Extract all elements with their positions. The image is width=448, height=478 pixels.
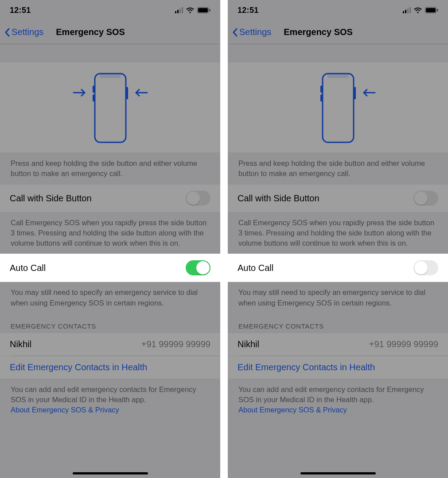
chevron-left-icon [232,28,238,37]
nav-bar: Settings Emergency SOS [228,20,448,44]
emergency-contact-row[interactable]: Nikhil +91 99999 99999 [0,333,220,356]
svg-rect-5 [93,86,94,93]
diagram-footer: Press and keep holding the side button a… [228,153,448,184]
status-time: 12:51 [10,6,31,15]
contacts-footer: You can add and edit emergency contacts … [0,379,220,420]
contacts-footer: You can add and edit emergency contacts … [228,379,448,420]
emergency-contacts-header: EMERGENCY CONTACTS [0,313,220,333]
privacy-link[interactable]: About Emergency SOS & Privacy [238,406,347,414]
emergency-contacts-header: EMERGENCY CONTACTS [228,313,448,333]
auto-call-toggle[interactable] [413,260,438,275]
page-title: Emergency SOS [284,27,353,37]
cellular-icon [175,7,183,13]
battery-icon [425,7,438,13]
back-label: Settings [12,27,43,37]
call-with-side-button-footer: Call Emergency SOS when you rapidly pres… [228,212,448,254]
chevron-left-icon [4,28,10,37]
auto-call-label: Auto Call [10,263,46,273]
svg-rect-12 [323,74,354,142]
auto-call-label: Auto Call [238,263,273,273]
contact-name: Nikhil [238,339,259,349]
call-with-side-button-toggle[interactable] [186,191,210,206]
cellular-icon [403,7,411,13]
instruction-diagram [228,62,448,153]
screenshot-2: 12:51 Settings Emergency SOS [228,0,448,478]
privacy-link[interactable]: About Emergency SOS & Privacy [11,406,119,414]
contact-phone: +91 99999 99999 [369,339,438,349]
svg-rect-6 [93,94,94,102]
svg-rect-4 [126,87,128,99]
instruction-diagram [0,62,220,153]
svg-rect-13 [354,87,356,99]
auto-call-row[interactable]: Auto Call [0,254,220,282]
call-with-side-button-toggle[interactable] [413,191,438,206]
diagram-footer: Press and keep holding the side button a… [0,153,220,184]
call-with-side-button-label: Call with Side Button [10,193,92,204]
status-bar: 12:51 [228,0,448,20]
call-with-side-button-row[interactable]: Call with Side Button [0,184,220,212]
page-title: Emergency SOS [56,27,125,37]
call-with-side-button-label: Call with Side Button [238,193,319,204]
back-button[interactable]: Settings [232,27,271,37]
contact-name: Nikhil [10,339,31,349]
edit-contacts-link[interactable]: Edit Emergency Contacts in Health [0,356,220,379]
home-indicator[interactable] [300,472,376,474]
auto-call-row[interactable]: Auto Call [228,254,448,282]
contact-phone: +91 99999 99999 [141,339,210,349]
svg-rect-10 [426,8,436,12]
edit-contacts-label: Edit Emergency Contacts in Health [10,362,147,372]
nav-bar: Settings Emergency SOS [0,20,220,44]
status-time: 12:51 [238,6,259,15]
edit-contacts-link[interactable]: Edit Emergency Contacts in Health [228,356,448,379]
svg-rect-15 [320,94,322,102]
call-with-side-button-footer: Call Emergency SOS when you rapidly pres… [0,212,220,254]
battery-icon [197,7,210,13]
auto-call-footer: You may still need to specify an emergen… [228,282,448,313]
svg-rect-14 [320,86,322,93]
svg-rect-3 [95,74,126,142]
back-label: Settings [239,27,271,37]
wifi-icon [186,7,195,14]
status-bar: 12:51 [0,0,220,20]
edit-contacts-label: Edit Emergency Contacts in Health [238,362,375,372]
call-with-side-button-row[interactable]: Call with Side Button [228,184,448,212]
auto-call-footer: You may still need to specify an emergen… [0,282,220,313]
wifi-icon [413,7,422,14]
svg-rect-1 [198,8,208,12]
auto-call-toggle[interactable] [186,260,210,275]
back-button[interactable]: Settings [4,27,43,37]
svg-rect-2 [209,9,210,12]
emergency-contact-row[interactable]: Nikhil +91 99999 99999 [228,333,448,356]
home-indicator[interactable] [73,472,148,474]
svg-rect-11 [437,9,438,12]
screenshot-1: 12:51 Settings Emergency SOS [0,0,220,478]
